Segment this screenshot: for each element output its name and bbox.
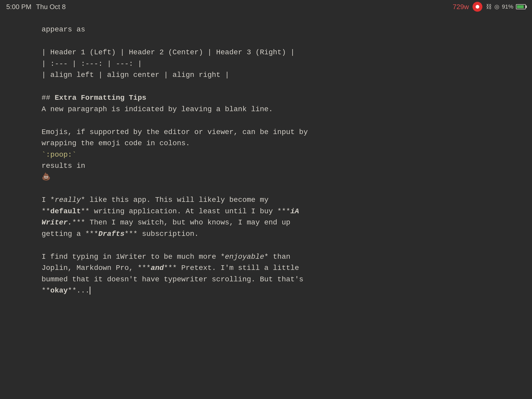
location-icon: ◎ [494, 2, 499, 11]
heading-hashes: ## [42, 94, 55, 102]
ia-bold-italic: iA [290, 207, 299, 215]
gap-3 [42, 115, 516, 127]
default-bold: default [50, 207, 81, 215]
drafts-bold-italic: Drafts [98, 230, 124, 238]
record-button[interactable] [473, 2, 482, 12]
find-line-3: bummed that it doesn't have typewriter s… [42, 274, 516, 285]
status-left: 5:00 PM Thu Oct 8 [6, 2, 66, 12]
poop-code-line: `:poop:` [42, 149, 516, 160]
poop-emoji: 💩 [42, 173, 51, 181]
really-line-2: **default** writing application. At leas… [42, 206, 516, 217]
really-line-1: I *really* like this app. This will like… [42, 194, 516, 205]
text-cursor [90, 287, 90, 295]
status-right: 729w ⛓ ◎ 91% [453, 2, 526, 12]
status-icons: ⛓ ◎ 91% [486, 2, 526, 11]
gap-1 [42, 35, 516, 47]
new-paragraph-line: A new paragraph is indicated by leaving … [42, 104, 516, 115]
gap-5 [42, 240, 516, 251]
poop-code: `:poop:` [42, 151, 76, 159]
really-line-3: Writer.*** Then I may switch, but who kn… [42, 217, 516, 228]
results-in-line: results in [42, 160, 516, 171]
emojis-line-2: wrapping the emoji code in colons. [42, 138, 516, 149]
extra-formatting-heading: ## Extra Formatting Tips [42, 92, 516, 103]
find-line-4: **okay**... [42, 285, 516, 296]
emoji-poop-line: 💩 [42, 171, 516, 183]
writer-bold-italic: Writer. [42, 218, 72, 227]
okay-bold: okay [50, 287, 68, 295]
status-bar: 5:00 PM Thu Oct 8 729w ⛓ ◎ 91% [0, 0, 532, 14]
gap-2 [42, 81, 516, 92]
enjoyable-italic: enjoyable [225, 253, 264, 261]
table-header-line: | Header 1 (Left) | Header 2 (Center) | … [42, 47, 516, 58]
status-time: 5:00 PM [6, 2, 31, 12]
really-italic: really [55, 196, 81, 204]
and-bold-italic: and [151, 264, 164, 272]
heading-text: Extra Formatting Tips [55, 94, 146, 102]
battery-icon [516, 4, 526, 9]
find-line-2: Joplin, Markdown Pro, ***and*** Pretext.… [42, 262, 516, 274]
appears-as-line: appears as [42, 24, 516, 35]
link-icon: ⛓ [486, 2, 492, 11]
word-count: 729w [453, 2, 469, 12]
editor-content[interactable]: appears as | Header 1 (Left) | Header 2 … [0, 14, 532, 399]
record-icon [476, 5, 479, 9]
gap-4 [42, 183, 516, 195]
battery-percent: 91% [502, 2, 513, 11]
status-date: Thu Oct 8 [36, 2, 66, 12]
emojis-line-1: Emojis, if supported by the editor or vi… [42, 127, 516, 138]
really-line-4: getting a ***Drafts*** subscription. [42, 228, 516, 240]
table-align-line: | :--- | :---: | ---: | [42, 58, 516, 69]
find-line-1: I find typing in 1Writer to be much more… [42, 251, 516, 262]
table-data-line: | align left | align center | align righ… [42, 69, 516, 81]
